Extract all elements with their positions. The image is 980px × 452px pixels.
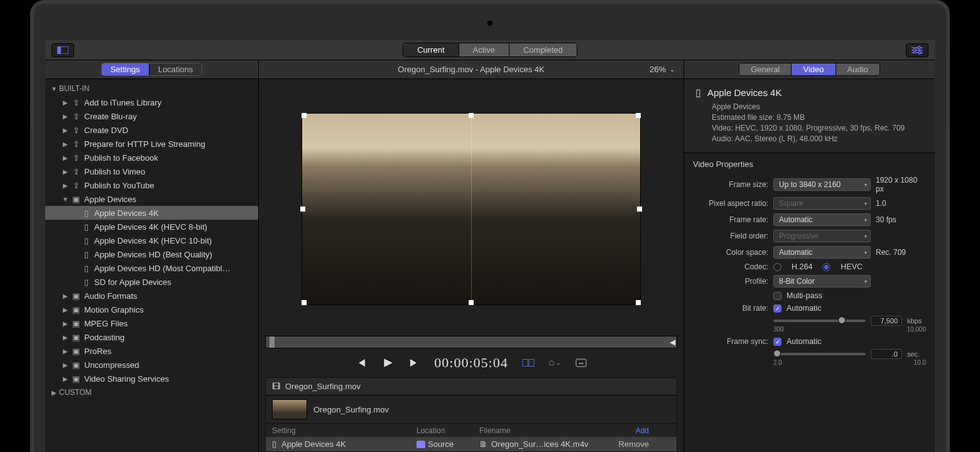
- tree-item-apple-devices[interactable]: ▼▣Apple Devices: [45, 192, 258, 206]
- sidebar-toggle-button[interactable]: [52, 43, 74, 57]
- framesync-slider[interactable]: [773, 353, 866, 355]
- crop-handle[interactable]: [469, 113, 474, 118]
- tree-item[interactable]: ▶▣ProRes: [45, 344, 258, 358]
- bitrate-field[interactable]: 7,500: [871, 316, 902, 326]
- job-location[interactable]: Source: [428, 439, 454, 449]
- label-bitrate: Bit rate:: [693, 304, 768, 313]
- remove-job-button[interactable]: Remove: [611, 439, 649, 449]
- color-space-select[interactable]: Automatic▾: [773, 246, 871, 259]
- frame-size-select[interactable]: Up to 3840 x 2160▾: [773, 178, 871, 191]
- batch-filename: Oregon_Surfing.mov: [285, 382, 361, 391]
- next-frame-button[interactable]: [408, 357, 420, 369]
- preset-item[interactable]: ▯SD for Apple Devices: [45, 275, 258, 289]
- radio-hevc[interactable]: [822, 263, 830, 271]
- tree-item[interactable]: ▶⇪Prepare for HTTP Live Streaming: [45, 137, 258, 151]
- disclosure-down-icon: ▼: [50, 85, 58, 92]
- tree-item[interactable]: ▶⇪Publish to Vimeo: [45, 164, 258, 178]
- add-job-button[interactable]: Add: [611, 426, 649, 435]
- timecode-display[interactable]: 00:00:05:04: [434, 355, 508, 371]
- tree-label: Apple Devices HD (Most Compatibl…: [94, 264, 231, 273]
- timeline-scrubber[interactable]: ◀: [265, 336, 677, 348]
- playhead[interactable]: [270, 336, 275, 348]
- preset-item[interactable]: ▯Apple Devices 4K (HEVC 10-bit): [45, 234, 258, 247]
- preset-item[interactable]: ▯Apple Devices HD (Best Quality): [45, 247, 258, 261]
- group-label: CUSTOM: [59, 388, 92, 397]
- radio-h264-label: H.264: [792, 262, 812, 271]
- phone-icon: ▯: [695, 87, 701, 99]
- crop-handle[interactable]: [302, 113, 307, 118]
- preset-item[interactable]: ▯Apple Devices 4K (HEVC 8-bit): [45, 220, 258, 234]
- tree-item[interactable]: ▶⇪Add to iTunes Library: [45, 95, 258, 109]
- captions-button[interactable]: •••: [575, 357, 587, 369]
- preset-group-icon: ▣: [70, 291, 82, 301]
- framesync-auto-checkbox[interactable]: ✓: [773, 338, 781, 346]
- crop-handle[interactable]: [302, 300, 307, 305]
- tree-label: MPEG Files: [84, 319, 128, 328]
- preset-category: Apple Devices: [712, 102, 923, 111]
- batch-panel: 🎞 Oregon_Surfing.mov Oregon_Surfing.mov …: [265, 377, 677, 452]
- preset-group-icon: ▣: [70, 305, 82, 315]
- tree-item[interactable]: ▶⇪Create Blu-ray: [45, 109, 258, 123]
- share-icon: ⇪: [70, 167, 82, 176]
- tree-item[interactable]: ▶⇪Publish to YouTube: [45, 178, 258, 192]
- batch-job-row[interactable]: ▯Apple Devices 4K Source 🗎Oregon_Sur…ice…: [266, 437, 677, 451]
- video-preview[interactable]: [302, 113, 641, 305]
- crop-handle[interactable]: [300, 207, 305, 212]
- svg-rect-8: [523, 360, 528, 367]
- inspector-tab-audio[interactable]: Audio: [836, 63, 879, 75]
- tree-group-custom[interactable]: ▶CUSTOM: [45, 385, 258, 399]
- preview-column: Oregon_Surfing.mov - Apple Devices 4K 26…: [259, 60, 683, 452]
- bitrate-auto-label: Automatic: [787, 304, 822, 313]
- tab-current[interactable]: Current: [403, 43, 459, 56]
- prev-frame-button[interactable]: [355, 357, 368, 369]
- tree-label: Apple Devices: [84, 195, 136, 204]
- out-marker-icon[interactable]: ◀: [670, 338, 675, 347]
- tree-item[interactable]: ▶▣Motion Graphics: [45, 303, 258, 316]
- sidebar-tab-locations[interactable]: Locations: [150, 63, 202, 75]
- job-filename[interactable]: Oregon_Sur…ices 4K.m4v: [491, 439, 589, 449]
- disclosure-right-icon: ▶: [62, 293, 69, 299]
- batch-file-row[interactable]: Oregon_Surfing.mov: [266, 396, 677, 423]
- split-divider[interactable]: [471, 114, 472, 304]
- crop-handle[interactable]: [469, 300, 474, 305]
- disclosure-right-icon: ▶: [62, 127, 69, 134]
- crop-handle[interactable]: [636, 300, 641, 305]
- preset-item[interactable]: ▯Apple Devices HD (Most Compatibl…: [45, 261, 258, 275]
- framesync-field[interactable]: .0: [871, 349, 902, 359]
- tab-completed[interactable]: Completed: [509, 43, 577, 56]
- preset-apple-devices-4k[interactable]: ▯Apple Devices 4K: [45, 206, 258, 220]
- tree-item[interactable]: ▶▣MPEG Files: [45, 316, 258, 330]
- phone-icon: ▯: [80, 277, 92, 287]
- tree-item[interactable]: ▶▣Video Sharing Services: [45, 372, 258, 385]
- inspector-toggle-button[interactable]: [906, 43, 928, 57]
- marker-popup-button[interactable]: ⌄: [548, 357, 561, 369]
- inspector-tab-general[interactable]: General: [739, 63, 792, 75]
- sidebar-tab-settings[interactable]: Settings: [102, 63, 150, 75]
- radio-hevc-label: HEVC: [841, 262, 863, 271]
- crop-handle[interactable]: [636, 113, 641, 118]
- tree-label: Publish to YouTube: [84, 181, 155, 190]
- tree-item[interactable]: ▶▣Audio Formats: [45, 289, 258, 303]
- tree-item[interactable]: ▶⇪Create DVD: [45, 123, 258, 137]
- phone-icon: ▯: [80, 236, 92, 245]
- inspector-tab-video[interactable]: Video: [792, 63, 836, 75]
- bitrate-slider[interactable]: [773, 320, 866, 322]
- radio-h264[interactable]: [773, 263, 781, 271]
- section-video-properties: Video Properties: [684, 153, 935, 174]
- tree-item[interactable]: ▶⇪Publish to Facebook: [45, 151, 258, 164]
- profile-select[interactable]: 8-Bit Color▾: [773, 275, 871, 288]
- frame-rate-select[interactable]: Automatic▾: [773, 213, 871, 226]
- svg-point-6: [913, 49, 916, 51]
- multipass-checkbox[interactable]: [773, 292, 781, 300]
- svg-point-7: [918, 51, 921, 54]
- tree-group-builtin[interactable]: ▼ BUILT-IN: [45, 82, 258, 95]
- tree-item[interactable]: ▶▣Podcasting: [45, 330, 258, 344]
- play-button[interactable]: [381, 357, 394, 369]
- tree-item[interactable]: ▶▣Uncompressed: [45, 358, 258, 372]
- tab-active[interactable]: Active: [459, 43, 509, 56]
- zoom-popup[interactable]: 26% ⌄: [650, 65, 675, 74]
- crop-handle[interactable]: [637, 207, 642, 212]
- bitrate-min: 300: [773, 326, 784, 333]
- bitrate-auto-checkbox[interactable]: ✓: [773, 304, 781, 313]
- compare-button[interactable]: [522, 357, 535, 369]
